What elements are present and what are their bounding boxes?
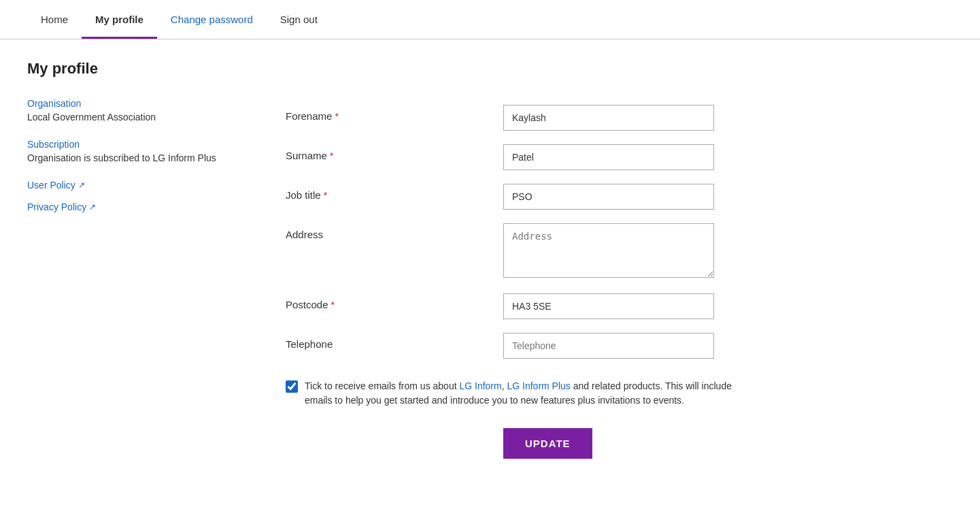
form-grid: Forename * Surname * bbox=[286, 98, 953, 365]
job-title-input[interactable] bbox=[503, 184, 714, 210]
required-star-forename: * bbox=[335, 111, 338, 122]
main-content: My profile Organisation Local Government… bbox=[0, 39, 980, 479]
external-link-icon-2: ↗ bbox=[89, 202, 96, 212]
update-button[interactable]: UPDATE bbox=[503, 428, 592, 459]
update-button-wrapper: UPDATE bbox=[286, 408, 953, 459]
subscription-value: Organisation is subscribed to LG Inform … bbox=[27, 152, 272, 163]
address-label: Address bbox=[286, 216, 503, 253]
nav-sign-out[interactable]: Sign out bbox=[267, 0, 331, 39]
external-link-icon: ↗ bbox=[78, 180, 85, 190]
job-title-label: Job title * bbox=[286, 177, 503, 213]
telephone-field bbox=[503, 326, 953, 365]
subscription-row: Subscription Organisation is subscribed … bbox=[27, 139, 272, 163]
required-star-surname: * bbox=[330, 150, 333, 161]
address-textarea[interactable] bbox=[503, 223, 714, 278]
privacy-policy-link[interactable]: Privacy Policy ↗ bbox=[27, 201, 272, 212]
nav-change-password[interactable]: Change password bbox=[157, 0, 267, 39]
right-column: Forename * Surname * bbox=[286, 98, 953, 459]
profile-layout: Organisation Local Government Associatio… bbox=[27, 98, 953, 459]
surname-label: Surname * bbox=[286, 137, 503, 174]
forename-label: Forename * bbox=[286, 98, 503, 134]
forename-input[interactable] bbox=[503, 105, 714, 131]
email-opt-in-text: Tick to receive emails from us about LG … bbox=[305, 379, 734, 408]
telephone-input[interactable] bbox=[503, 333, 714, 359]
job-title-field bbox=[503, 177, 953, 216]
required-star-jobtitle: * bbox=[324, 190, 327, 201]
postcode-label: Postcode * bbox=[286, 287, 503, 323]
organisation-row: Organisation Local Government Associatio… bbox=[27, 98, 272, 123]
email-opt-in-checkbox[interactable] bbox=[286, 380, 298, 393]
subscription-label: Subscription bbox=[27, 139, 272, 150]
postcode-field bbox=[503, 287, 953, 326]
top-navigation: Home My profile Change password Sign out bbox=[0, 0, 980, 39]
required-star-postcode: * bbox=[331, 299, 335, 310]
telephone-label: Telephone bbox=[286, 326, 503, 362]
email-opt-in-section: Tick to receive emails from us about LG … bbox=[286, 379, 734, 408]
nav-home[interactable]: Home bbox=[27, 0, 82, 39]
organisation-value: Local Government Association bbox=[27, 112, 272, 123]
organisation-label: Organisation bbox=[27, 98, 272, 109]
nav-my-profile[interactable]: My profile bbox=[82, 0, 157, 39]
postcode-input[interactable] bbox=[503, 293, 714, 319]
surname-field bbox=[503, 137, 953, 177]
user-policy-link[interactable]: User Policy ↗ bbox=[27, 180, 272, 191]
page-title: My profile bbox=[27, 60, 953, 78]
left-column: Organisation Local Government Associatio… bbox=[27, 98, 286, 459]
forename-field bbox=[503, 98, 953, 137]
surname-input[interactable] bbox=[503, 144, 714, 170]
address-field bbox=[503, 216, 953, 287]
